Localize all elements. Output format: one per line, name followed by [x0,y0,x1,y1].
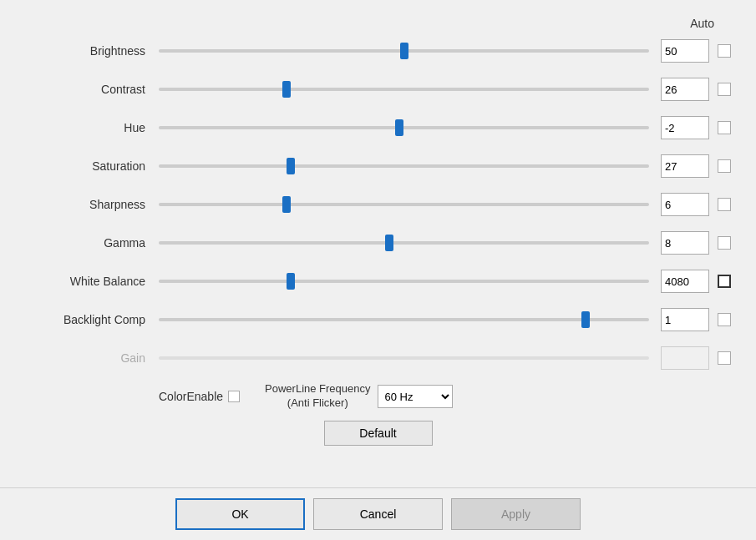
slider-container-white-balance [159,273,649,290]
slider-track-sharpness[interactable] [159,203,649,206]
slider-thumb-sharpness[interactable] [282,196,291,213]
slider-container-saturation [159,158,649,174]
auto-checkbox-sharpness[interactable] [718,198,731,211]
slider-track-backlight-comp[interactable] [159,318,649,321]
value-input-gamma[interactable] [661,231,709,255]
label-contrast: Contrast [25,83,159,96]
footer: OK Cancel Apply [0,487,756,540]
powerline-label: PowerLine Frequency (Anti Flicker) [265,382,370,411]
default-button[interactable]: Default [324,421,433,446]
slider-thumb-backlight-comp[interactable] [581,311,590,328]
label-gamma: Gamma [25,236,159,250]
slider-thumb-white-balance[interactable] [287,273,295,290]
ok-button[interactable]: OK [175,498,305,530]
auto-checkbox-brightness[interactable] [718,44,731,58]
auto-checkbox-saturation[interactable] [718,159,731,173]
auto-checkbox-contrast[interactable] [718,83,731,96]
label-backlight-comp: Backlight Comp [25,313,159,326]
color-enable-label: ColorEnable [159,390,223,403]
sliders-container: BrightnessContrastHueSaturationSharpness… [25,35,731,374]
slider-container-brightness [159,43,649,59]
auto-column-header: Auto [690,17,714,30]
label-gain: Gain [25,351,159,365]
slider-track-hue[interactable] [159,126,649,129]
value-input-backlight-comp[interactable] [661,308,709,331]
slider-container-hue [159,119,649,136]
cancel-button[interactable]: Cancel [313,498,443,530]
auto-checkbox-white-balance[interactable] [718,275,731,288]
color-enable-checkbox[interactable] [228,391,240,402]
row-white-balance: White Balance [25,265,731,297]
extra-controls-row: ColorEnable PowerLine Frequency (Anti Fl… [25,381,731,412]
auto-checkbox-backlight-comp[interactable] [718,313,731,326]
slider-track-white-balance[interactable] [159,280,649,283]
powerline-area: PowerLine Frequency (Anti Flicker) 60 Hz… [265,382,452,411]
color-enable-area: ColorEnable [159,390,240,403]
value-input-saturation[interactable] [661,154,709,178]
slider-thumb-brightness[interactable] [400,43,408,59]
powerline-select[interactable]: 60 Hz 50 Hz [378,385,453,408]
auto-checkbox-gain[interactable] [718,351,731,365]
row-sharpness: Sharpness [25,189,731,220]
slider-track-gain [159,356,649,360]
slider-thumb-gamma[interactable] [385,235,393,251]
value-input-sharpness[interactable] [661,193,709,216]
row-hue: Hue [25,112,731,144]
slider-track-contrast[interactable] [159,88,649,91]
row-saturation: Saturation [25,150,731,182]
label-brightness: Brightness [25,44,159,58]
row-brightness: Brightness [25,35,731,67]
auto-checkbox-hue[interactable] [718,121,731,134]
row-contrast: Contrast [25,73,731,105]
value-input-brightness[interactable] [661,39,709,63]
label-hue: Hue [25,121,159,134]
slider-container-sharpness [159,196,649,213]
slider-container-contrast [159,81,649,98]
row-gamma: Gamma [25,227,731,259]
value-input-contrast[interactable] [661,78,709,101]
slider-container-backlight-comp [159,311,649,328]
slider-track-saturation[interactable] [159,164,649,168]
row-backlight-comp: Backlight Comp [25,304,731,336]
value-input-gain [661,346,709,370]
auto-header: Auto [25,17,731,30]
slider-container-gain [159,350,649,366]
slider-track-gamma[interactable] [159,241,649,245]
default-row: Default [25,421,731,446]
slider-container-gamma [159,235,649,251]
label-sharpness: Sharpness [25,198,159,211]
value-input-white-balance[interactable] [661,270,709,293]
value-input-hue[interactable] [661,116,709,139]
apply-button[interactable]: Apply [451,498,581,530]
label-saturation: Saturation [25,159,159,173]
row-gain: Gain [25,342,731,374]
slider-thumb-hue[interactable] [395,119,403,136]
slider-thumb-contrast[interactable] [282,81,291,98]
main-panel: Auto BrightnessContrastHueSaturationShar… [0,0,756,487]
slider-track-brightness[interactable] [159,49,649,53]
label-white-balance: White Balance [25,275,159,288]
slider-thumb-saturation[interactable] [287,158,295,174]
auto-checkbox-gamma[interactable] [718,236,731,250]
